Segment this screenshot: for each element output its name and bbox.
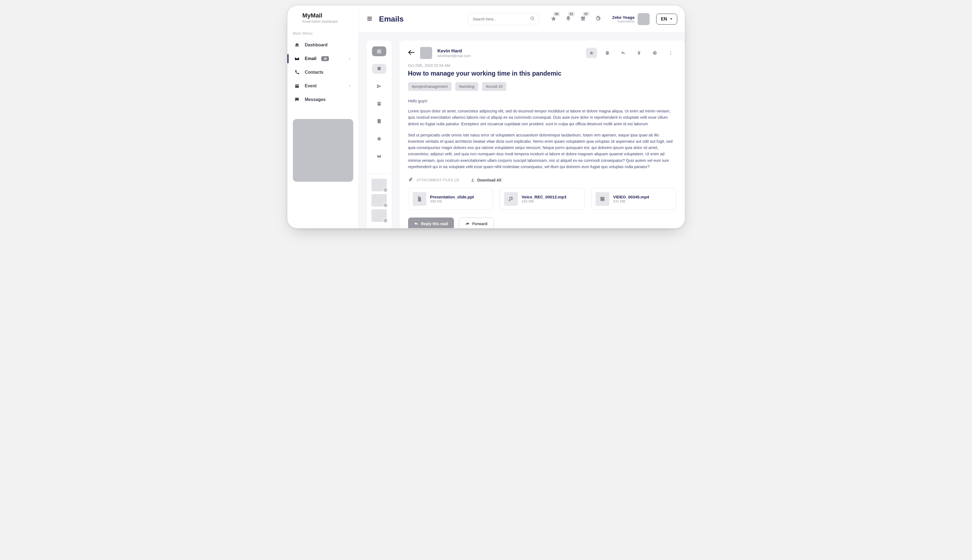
attachment-card[interactable]: Presentation_slide.ppt 456 KB [408,188,493,210]
download-all-label: Download All [477,178,501,182]
delete-button[interactable] [634,48,644,58]
search-icon [530,16,535,22]
hamburger-icon[interactable] [367,15,373,23]
search-field[interactable] [472,17,530,22]
topbar-notifications[interactable]: 12 [565,15,571,23]
snooze-button[interactable] [649,48,660,58]
rail-draft[interactable] [372,116,386,126]
reply-button-label: Reply this mail [421,222,448,226]
mail-action-buttons: Reply this mail Forward [408,218,676,229]
sidebar-item-contacts[interactable]: Contacts [293,66,353,78]
search-input[interactable] [468,13,539,25]
language-selector[interactable]: EN [656,13,677,25]
rail-thumb[interactable] [372,179,387,191]
forward-icon [465,222,470,226]
mail-tags: #projectmanagement #working #covid-19 [408,82,676,91]
attachment-name: Presentation_slide.ppt [430,195,474,199]
tag[interactable]: #covid-19 [482,82,506,91]
mail-body: Hello guys! Lorem ipsum dolor sit amet, … [408,98,676,175]
attachments-header: ATTACHMENT FILES (3) Download All [408,177,676,183]
favorite-button[interactable] [586,48,597,58]
attachments-title: ATTACHMENT FILES (3) [417,178,459,182]
language-value: EN [661,17,667,22]
sender-name: Kevin Hard [438,48,471,54]
nav: Dashboard Email 38 Contacts Event Messag… [293,39,353,106]
home-icon [294,42,300,48]
rail-spam[interactable] [372,151,386,161]
sidebar-item-label: Email [305,56,317,61]
brand-name: MyMail [302,12,353,19]
mail-subject: How to manage your working time in this … [408,70,676,77]
forward-mail-button[interactable]: Forward [459,218,494,229]
attachment-size: 456 KB [430,199,474,203]
attachment-name: VIDEO_00345.mp4 [613,195,649,199]
mail-pane: Kevin Hard kevinhard@mail.com Oct 25th, … [399,40,685,229]
rail-archive[interactable] [372,99,386,108]
topbar-favorites[interactable]: 38 [550,15,557,23]
rail-favorite[interactable] [372,134,386,143]
sender-email: kevinhard@mail.com [438,54,471,58]
forward-button-label: Forward [472,222,487,226]
email-count-badge: 38 [321,56,329,61]
mail-paragraph: Lorem ipsum dolor sit amet, consectetur … [408,108,676,127]
reply-button[interactable] [618,48,629,58]
video-icon [595,192,609,206]
sender-info: Kevin Hard kevinhard@mail.com [438,48,471,58]
download-all-button[interactable]: Download All [470,178,501,182]
rail-thumb[interactable] [372,209,387,222]
download-icon [470,178,475,182]
mail-actions [586,48,676,58]
brand: MyMail Email Admin Dashboard [293,12,353,23]
chevron-right-icon [349,83,351,88]
inbox-count: 67 [583,12,589,16]
attachment-card[interactable]: VIDEO_00345.mp4 531 MB [591,188,676,210]
sidebar-item-label: Event [305,83,317,88]
envelope-icon [294,56,300,62]
phone-icon [294,69,300,75]
attachment-name: Voice_REC_00012.mp3 [522,195,566,199]
chat-icon [294,97,300,103]
reply-icon [414,222,418,226]
user-block[interactable]: Zeke Yeaga Superadmin [612,13,650,25]
rail-menu[interactable] [372,47,386,56]
mail-greeting: Hello guys! [408,98,676,104]
sidebar-item-label: Messages [305,97,326,102]
app-frame: MyMail Email Admin Dashboard Main Menu D… [287,5,685,229]
back-arrow-icon[interactable] [408,50,415,56]
rail-thumb[interactable] [372,194,387,207]
mail-timestamp: Oct 25th, 2020 02:54 AM [408,63,676,68]
avatar [638,13,650,25]
rail-inbox[interactable] [372,64,386,74]
attachment-card[interactable]: Voice_REC_00012.mp3 163 MB [500,188,584,210]
music-icon [504,192,518,206]
reply-mail-button[interactable]: Reply this mail [408,218,454,229]
paperclip-icon [408,177,413,183]
rail-thumbnails [367,173,392,222]
user-role: Superadmin [612,20,634,23]
topbar-icons: 38 12 67 [550,15,601,23]
tag[interactable]: #working [455,82,478,91]
sidebar-item-messages[interactable]: Messages [293,93,353,106]
print-button[interactable] [602,48,613,58]
topbar: Emails 38 12 67 [359,5,685,33]
notifications-count: 12 [568,12,575,16]
page-title: Emails [379,15,404,23]
svg-point-1 [670,53,671,53]
sidebar-item-email[interactable]: Email 38 [293,52,353,65]
content: Kevin Hard kevinhard@mail.com Oct 25th, … [359,33,685,229]
attachments-row: Presentation_slide.ppt 456 KB Voice_REC_… [408,188,676,210]
topbar-inbox[interactable]: 67 [580,15,586,23]
sidebar-item-label: Contacts [305,70,323,75]
svg-point-2 [670,54,671,55]
sidebar-widget-placeholder [293,119,353,182]
svg-point-0 [670,51,671,52]
main: Emails 38 12 67 [359,5,685,229]
more-button[interactable] [665,48,676,58]
file-icon [413,192,426,206]
gear-icon[interactable] [595,15,601,23]
tag[interactable]: #projectmanagement [408,82,452,91]
sidebar-item-dashboard[interactable]: Dashboard [293,39,353,51]
brand-subtitle: Email Admin Dashboard [302,20,353,23]
sidebar-item-event[interactable]: Event [293,80,353,92]
rail-sent[interactable] [372,81,386,91]
